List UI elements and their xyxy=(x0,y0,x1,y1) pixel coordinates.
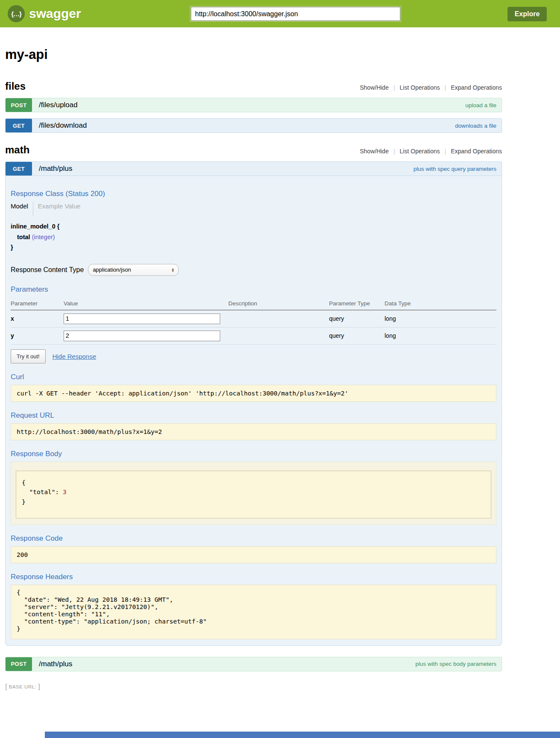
param-data-type: long xyxy=(385,310,496,328)
response-headers: { "date": "Wed, 22 Aug 2018 18:49:13 GMT… xyxy=(11,585,496,639)
operation-summary[interactable]: plus with spec body parameters xyxy=(415,657,496,671)
param-name: x xyxy=(11,310,64,328)
bracket-open: [ xyxy=(5,682,7,691)
section-title-math[interactable]: math xyxy=(5,144,29,156)
bottom-bar xyxy=(45,732,560,738)
spec-url-input[interactable] xyxy=(191,7,400,21)
brand-title: swagger xyxy=(29,6,81,21)
param-y-input[interactable] xyxy=(64,331,220,341)
param-type: query xyxy=(329,310,385,328)
math-section-header: math Show/Hide | List Operations | Expan… xyxy=(5,144,502,156)
operation-row-files-upload[interactable]: POST /files/upload upload a file xyxy=(5,98,502,112)
json-number-value: 3 xyxy=(63,489,67,495)
column-header-value: Value xyxy=(64,297,228,310)
operation-path[interactable]: /math/plus xyxy=(39,162,72,176)
operation-detail-panel: Response Class (Status 200) Model Exampl… xyxy=(5,176,502,646)
tab-divider xyxy=(33,202,33,216)
files-section-header: files Show/Hide | List Operations | Expa… xyxy=(5,80,502,92)
response-body-heading: Response Body xyxy=(11,450,496,458)
method-badge-post: POST xyxy=(6,98,32,112)
top-bar: {…} swagger Explore xyxy=(0,0,560,27)
expand-operations-link[interactable]: Expand Operations xyxy=(451,84,502,91)
response-code-heading: Response Code xyxy=(11,534,496,543)
model-tabs: Model Example Value xyxy=(11,202,496,216)
column-header-description: Description xyxy=(228,297,329,310)
operation-path[interactable]: /math/plus xyxy=(39,657,72,671)
link-separator: | xyxy=(394,84,395,91)
request-url: http://localhost:3000/math/plus?x=1&y=2 xyxy=(11,423,496,440)
response-content-type-label: Response Content Type xyxy=(11,266,84,274)
swagger-logo-icon: {…} xyxy=(8,5,25,22)
select-arrows-icon: ▲ ▼ xyxy=(171,268,174,272)
param-type: query xyxy=(329,327,385,344)
selected-content-type: application/json xyxy=(93,266,131,273)
page-title: my-api xyxy=(5,47,502,62)
link-separator: | xyxy=(394,148,395,155)
operation-summary[interactable]: plus with spec query parameters xyxy=(414,162,496,176)
model-close-brace: } xyxy=(11,242,496,253)
model-property-name: total xyxy=(17,234,30,240)
response-content-type-select[interactable]: application/json ▲ ▼ xyxy=(88,264,179,276)
parameters-heading: Parameters xyxy=(11,285,496,294)
model-signature: inline_model_0 { total (integer) } xyxy=(11,221,496,253)
param-description xyxy=(228,327,329,344)
column-header-parameter-type: Parameter Type xyxy=(329,297,385,310)
method-badge-get: GET xyxy=(6,162,32,176)
response-body-block: { "total": 3 } xyxy=(11,462,496,525)
list-operations-link[interactable]: List Operations xyxy=(400,84,440,91)
link-separator: | xyxy=(445,84,446,91)
request-url-heading: Request URL xyxy=(11,411,496,420)
response-body-json: { "total": 3 } xyxy=(16,471,491,518)
operation-summary[interactable]: upload a file xyxy=(465,98,496,112)
show-hide-link[interactable]: Show/Hide xyxy=(360,148,389,155)
column-header-data-type: Data Type xyxy=(385,297,496,310)
method-badge-post: POST xyxy=(6,657,32,671)
operation-summary[interactable]: downloads a file xyxy=(455,119,496,132)
try-it-out-button[interactable]: Try it out! xyxy=(11,349,46,363)
response-headers-heading: Response Headers xyxy=(11,573,496,581)
column-header-parameter: Parameter xyxy=(11,297,64,310)
param-data-type: long xyxy=(385,327,496,344)
operation-row-math-plus-post[interactable]: POST /math/plus plus with spec body para… xyxy=(5,657,502,671)
method-badge-get: GET xyxy=(6,119,32,132)
parameters-table: Parameter Value Description Parameter Ty… xyxy=(11,297,496,345)
param-x-input[interactable] xyxy=(64,313,220,324)
curl-command: curl -X GET --header 'Accept: applicatio… xyxy=(11,385,496,402)
tab-example-value[interactable]: Example Value xyxy=(38,202,81,216)
hide-response-link[interactable]: Hide Response xyxy=(52,353,96,360)
expand-operations-link[interactable]: Expand Operations xyxy=(451,148,502,155)
show-hide-link[interactable]: Show/Hide xyxy=(360,84,389,91)
param-description xyxy=(228,310,329,328)
list-operations-link[interactable]: List Operations xyxy=(400,148,440,155)
swagger-logo[interactable]: {…} swagger xyxy=(8,5,81,22)
response-code: 200 xyxy=(11,546,496,563)
operation-path[interactable]: /files/upload xyxy=(39,98,78,112)
link-separator: | xyxy=(445,148,446,155)
table-row-param-y: y query long xyxy=(11,327,496,344)
param-name: y xyxy=(11,327,64,344)
bracket-close: ] xyxy=(38,682,40,691)
tab-model[interactable]: Model xyxy=(11,202,28,216)
operation-row-math-plus-get[interactable]: GET /math/plus plus with spec query para… xyxy=(5,161,502,176)
operation-path[interactable]: /files/download xyxy=(39,119,87,132)
model-property-type: (integer) xyxy=(32,234,55,240)
operation-row-files-download[interactable]: GET /files/download downloads a file xyxy=(5,118,502,133)
section-title-files[interactable]: files xyxy=(5,80,26,92)
explore-button[interactable]: Explore xyxy=(508,7,547,21)
response-class-heading: Response Class (Status 200) xyxy=(11,190,496,198)
curl-heading: Curl xyxy=(11,373,496,381)
base-url-label: BASE URL: xyxy=(9,684,37,689)
table-row-param-x: x query long xyxy=(11,310,496,328)
base-url-footer: [ BASE URL: ] xyxy=(5,682,502,691)
model-open-brace: inline_model_0 { xyxy=(11,221,496,232)
